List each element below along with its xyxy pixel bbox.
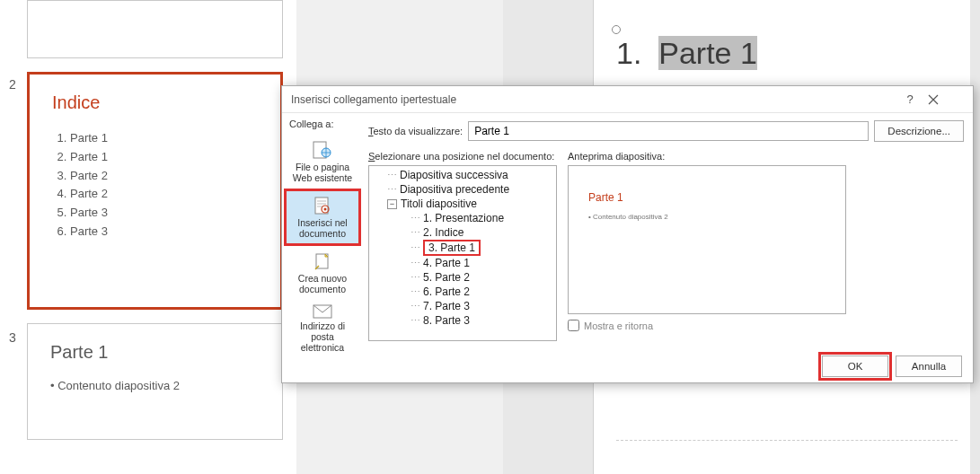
slide-thumb-3[interactable]: Parte 1 • Contenuto diapositiva 2	[27, 323, 283, 440]
close-icon	[928, 94, 939, 105]
envelope-icon	[312, 304, 333, 319]
show-and-return-option[interactable]: Mostra e ritorna	[568, 320, 964, 331]
list-item: Parte 2	[70, 167, 258, 186]
show-and-return-label: Mostra e ritorna	[584, 320, 653, 331]
tree-slide-5[interactable]: ⋯5. Parte 2	[369, 270, 556, 285]
slide-thumb-2[interactable]: Indice Parte 1 Parte 1 Parte 2 Parte 2 P…	[27, 72, 283, 310]
new-document-icon	[312, 251, 333, 271]
tree-slide-3[interactable]: ⋯3. Parte 1	[369, 240, 556, 256]
slide-title-text: Parte 1	[658, 36, 757, 70]
link-to-new-doc[interactable]: Crea nuovo documento	[286, 246, 359, 300]
list-item: Parte 3	[70, 223, 258, 241]
thumb-number-2: 2	[9, 77, 16, 92]
globe-page-icon	[312, 140, 333, 160]
document-position-tree[interactable]: ⋯Diapositiva successiva ⋯Diapositiva pre…	[368, 165, 557, 341]
thumb2-list: Parte 1 Parte 1 Parte 2 Parte 2 Parte 3 …	[52, 129, 258, 241]
tree-slide-2[interactable]: ⋯2. Indice	[369, 225, 556, 240]
help-button[interactable]: ?	[892, 86, 928, 113]
link-to-place-in-doc[interactable]: Inserisci nel documento	[286, 190, 359, 244]
rotation-handle-icon[interactable]	[612, 25, 621, 34]
text-to-display-input[interactable]	[468, 121, 869, 141]
tree-slide-7[interactable]: ⋯7. Parte 3	[369, 299, 556, 313]
slide-title-number: 1.	[616, 36, 641, 70]
tree-next-slide[interactable]: ⋯Diapositiva successiva	[369, 168, 556, 182]
thumb3-bullet: • Contenuto diapositiva 2	[50, 379, 260, 392]
dialog-footer: OK Annulla	[282, 350, 973, 382]
list-item: Parte 1	[70, 129, 258, 148]
preview-title: Parte 1	[588, 191, 825, 204]
svg-point-4	[324, 207, 327, 210]
slide-preview-label: Anteprima diapositiva:	[568, 151, 964, 162]
ok-button[interactable]: OK	[822, 356, 888, 377]
slide-thumb-1[interactable]	[27, 0, 283, 58]
link-to-sidebar: Collega a: File o pagina Web esistente I…	[282, 113, 363, 350]
tree-slide-6[interactable]: ⋯6. Parte 2	[369, 285, 556, 299]
show-and-return-checkbox[interactable]	[568, 320, 579, 331]
tree-slide-4[interactable]: ⋯4. Parte 1	[369, 256, 556, 270]
tree-prev-slide[interactable]: ⋯Diapositiva precedente	[369, 182, 556, 197]
dialog-title-text: Inserisci collegamento ipertestuale	[291, 86, 892, 113]
thumb3-title: Parte 1	[50, 342, 260, 363]
slide-thumbnail-panel: 2 Indice Parte 1 Parte 1 Parte 2 Parte 2…	[0, 0, 296, 474]
cancel-button[interactable]: Annulla	[896, 356, 962, 377]
list-item: Parte 2	[70, 185, 258, 204]
link-to-file-web[interactable]: File o pagina Web esistente	[286, 135, 359, 189]
slide-preview: Parte 1 • Contenuto diapositiva 2	[568, 165, 846, 314]
select-position-label: Selezionare una posizione nel documento:	[368, 151, 557, 162]
tree-slide-titles[interactable]: −Titoli diapositive	[369, 197, 556, 211]
content-placeholder[interactable]	[616, 440, 958, 441]
thumb2-title: Indice	[52, 92, 258, 113]
tree-slide-8[interactable]: ⋯8. Parte 3	[369, 313, 556, 328]
collapse-icon[interactable]: −	[387, 199, 397, 209]
document-target-icon	[312, 196, 333, 215]
insert-hyperlink-dialog: Inserisci collegamento ipertestuale ? Co…	[281, 85, 974, 383]
thumb-number-3: 3	[9, 330, 16, 345]
list-item: Parte 3	[70, 204, 258, 223]
link-to-label: Collega a:	[286, 118, 359, 129]
link-to-email[interactable]: Indirizzo di posta elettronica	[286, 302, 359, 356]
slide-title[interactable]: 1. Parte 1	[616, 36, 757, 71]
close-button[interactable]	[928, 94, 964, 105]
list-item: Parte 1	[70, 148, 258, 167]
dialog-titlebar[interactable]: Inserisci collegamento ipertestuale ?	[282, 86, 973, 113]
text-to-display-label: Testo da visualizzare:	[368, 126, 463, 136]
screen-tip-button[interactable]: Descrizione...	[874, 120, 964, 142]
preview-content: • Contenuto diapositiva 2	[588, 213, 825, 221]
tree-slide-1[interactable]: ⋯1. Presentazione	[369, 211, 556, 225]
